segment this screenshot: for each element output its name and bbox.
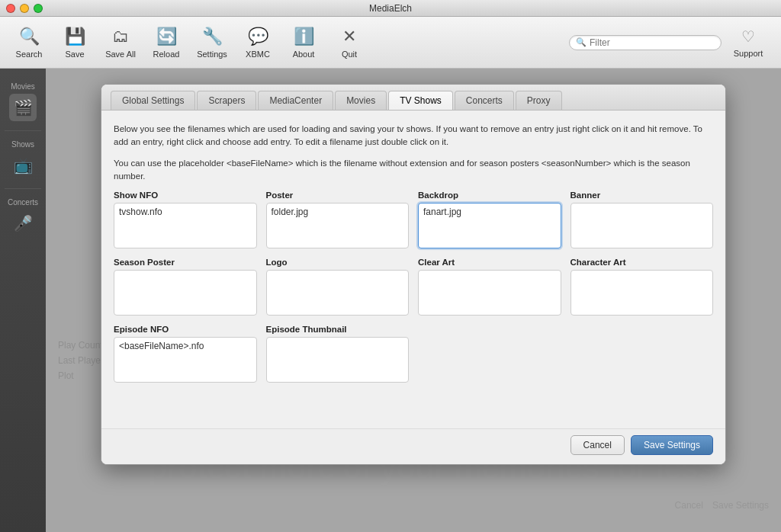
search-toolbar-button[interactable]: 🔍 Search — [6, 20, 52, 66]
episode-thumbnail-field[interactable] — [266, 337, 410, 383]
filter-input[interactable] — [590, 37, 712, 48]
field-group-clear-art: Clear Art — [418, 258, 561, 316]
field-group-season-poster: Season Poster — [114, 258, 257, 316]
sidebar-concerts-section: Concerts 🎤 — [0, 192, 46, 243]
field-group-banner: Banner — [570, 191, 714, 248]
clear-art-field[interactable] — [418, 270, 561, 316]
field-group-poster: Poster folder.jpg — [266, 191, 410, 248]
main-layout: Movies 🎬 Shows 📺 Concerts 🎤 Play Count — [0, 69, 781, 532]
settings-label: Settings — [197, 50, 227, 59]
save-all-toolbar-button[interactable]: 🗂 Save All — [98, 20, 143, 66]
field-group-episode-nfo: Episode NFO <baseFileName>.nfo — [114, 325, 257, 383]
sidebar-movies-section: Movies 🎬 — [0, 76, 46, 127]
window-title: MediaElch — [369, 3, 412, 14]
banner-label: Banner — [570, 191, 714, 200]
modal-body: Below you see the filenames which are us… — [101, 111, 725, 428]
sidebar-concerts-label: Concerts — [8, 198, 38, 207]
save-all-icon: 🗂 — [112, 27, 129, 46]
sidebar-shows-label: Shows — [11, 140, 34, 149]
settings-icon: 🔧 — [202, 27, 223, 46]
movies-icon: 🎬 — [14, 98, 33, 117]
character-art-field[interactable] — [570, 270, 714, 316]
field-group-episode-thumbnail: Episode Thumbnail — [266, 325, 410, 383]
clear-art-label: Clear Art — [418, 258, 561, 267]
maximize-button[interactable] — [34, 4, 43, 13]
tab-movies[interactable]: Movies — [335, 91, 387, 110]
reload-label: Reload — [153, 50, 180, 59]
quit-label: Quit — [342, 50, 357, 59]
season-poster-field[interactable] — [114, 270, 257, 316]
sidebar-movies-button[interactable]: 🎬 — [9, 94, 37, 121]
sidebar-concerts-button[interactable]: 🎤 — [9, 210, 37, 237]
modal-overlay: Global Settings Scrapers MediaCenter Mov… — [46, 69, 781, 532]
episode-nfo-label: Episode NFO — [114, 325, 257, 334]
tab-mediacenter[interactable]: MediaCenter — [258, 91, 333, 110]
xbmc-toolbar-button[interactable]: 💬 XBMC — [235, 20, 281, 66]
tab-global-settings[interactable]: Global Settings — [111, 91, 195, 110]
xbmc-icon: 💬 — [248, 27, 268, 46]
about-label: About — [293, 50, 315, 59]
tab-scrapers[interactable]: Scrapers — [197, 91, 256, 110]
field-group-character-art: Character Art — [570, 258, 714, 316]
backdrop-value: fanart.jpg — [423, 207, 461, 217]
modal-description-1: Below you see the filenames which are us… — [114, 123, 713, 149]
filter-search-icon: 🔍 — [576, 37, 587, 47]
settings-modal: Global Settings Scrapers MediaCenter Mov… — [101, 84, 726, 465]
about-toolbar-button[interactable]: ℹ️ About — [281, 20, 326, 66]
modal-footer: Cancel Save Settings — [101, 428, 725, 464]
sidebar-shows-button[interactable]: 📺 — [9, 152, 37, 179]
sidebar-shows-section: Shows 📺 — [0, 134, 46, 185]
support-button[interactable]: ♡ Support — [722, 20, 775, 66]
logo-field[interactable] — [266, 270, 410, 316]
quit-icon: ✕ — [342, 27, 356, 46]
filter-box[interactable]: 🔍 — [569, 35, 722, 50]
backdrop-field[interactable]: fanart.jpg — [418, 203, 561, 248]
content-area: Play Count Last Played 28/01/13 17:20 Pl… — [46, 69, 781, 532]
close-button[interactable] — [6, 4, 15, 13]
minimize-button[interactable] — [20, 4, 29, 13]
modal-description-2: You can use the placeholder <baseFileNam… — [114, 157, 713, 184]
modal-tabs: Global Settings Scrapers MediaCenter Mov… — [101, 85, 725, 111]
support-label: Support — [734, 49, 763, 58]
episode-nfo-field[interactable]: <baseFileName>.nfo — [114, 337, 257, 383]
tab-concerts[interactable]: Concerts — [455, 91, 514, 110]
episode-nfo-value: <baseFileName>.nfo — [119, 341, 204, 351]
field-group-logo: Logo — [266, 258, 410, 316]
save-label: Save — [65, 50, 84, 59]
empty-cell-1 — [418, 325, 561, 383]
about-icon: ℹ️ — [294, 27, 314, 46]
tab-proxy[interactable]: Proxy — [516, 91, 562, 110]
poster-field[interactable]: folder.jpg — [266, 203, 410, 248]
tab-tv-shows[interactable]: TV Shows — [388, 91, 453, 110]
field-group-show-nfo: Show NFO tvshow.nfo — [114, 191, 257, 248]
character-art-label: Character Art — [570, 258, 714, 267]
quit-toolbar-button[interactable]: ✕ Quit — [326, 20, 372, 66]
poster-label: Poster — [266, 191, 410, 200]
save-settings-button[interactable]: Save Settings — [631, 435, 713, 455]
concerts-icon: 🎤 — [14, 214, 33, 232]
settings-toolbar-button[interactable]: 🔧 Settings — [189, 20, 235, 66]
reload-toolbar-button[interactable]: 🔄 Reload — [143, 20, 189, 66]
show-nfo-field[interactable]: tvshow.nfo — [114, 203, 257, 248]
xbmc-label: XBMC — [246, 50, 270, 59]
season-poster-label: Season Poster — [114, 258, 257, 267]
titlebar: MediaElch — [0, 0, 781, 17]
banner-field[interactable] — [570, 203, 714, 248]
sidebar-divider-2 — [5, 188, 41, 189]
reload-icon: 🔄 — [156, 27, 177, 46]
sidebar-divider-1 — [5, 130, 41, 131]
save-all-label: Save All — [105, 50, 136, 59]
save-toolbar-button[interactable]: 💾 Save — [52, 20, 98, 66]
sidebar: Movies 🎬 Shows 📺 Concerts 🎤 — [0, 69, 46, 532]
cancel-button[interactable]: Cancel — [570, 435, 625, 455]
show-nfo-value: tvshow.nfo — [119, 207, 162, 217]
save-icon: 💾 — [65, 27, 85, 46]
show-nfo-label: Show NFO — [114, 191, 257, 200]
search-icon: 🔍 — [19, 27, 40, 46]
window-controls — [6, 4, 43, 13]
logo-label: Logo — [266, 258, 410, 267]
toolbar: 🔍 Search 💾 Save 🗂 Save All 🔄 Reload 🔧 Se… — [0, 17, 781, 69]
poster-value: folder.jpg — [272, 207, 309, 217]
fields-grid: Show NFO tvshow.nfo Poster folder.jpg — [114, 191, 713, 383]
support-icon: ♡ — [741, 27, 755, 46]
